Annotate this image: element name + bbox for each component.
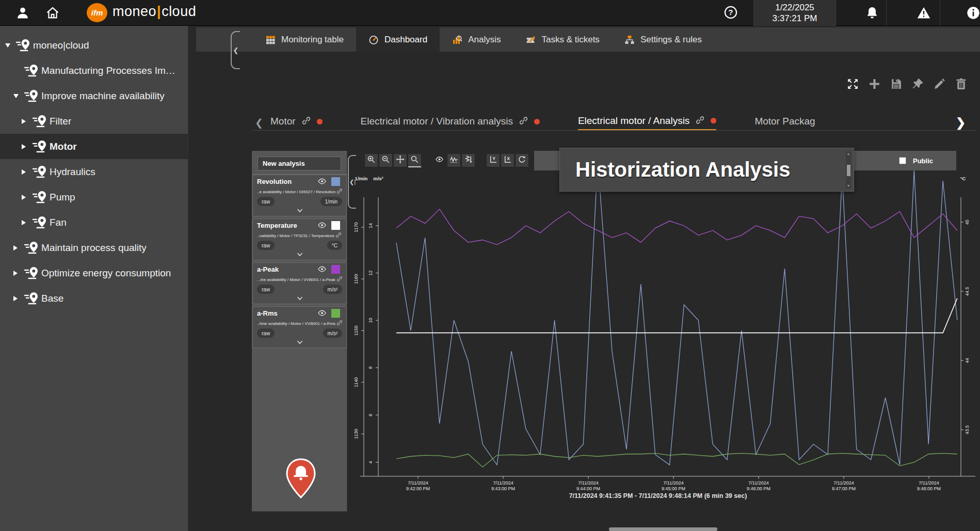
tabs-scroll-right-icon[interactable]: ❯	[956, 116, 966, 130]
tab-label: Dashboard	[384, 35, 427, 45]
analysis-name-input[interactable]	[258, 157, 341, 170]
svg-text:9:46:00 PM: 9:46:00 PM	[747, 486, 770, 491]
visibility-eye-icon[interactable]	[317, 265, 327, 273]
chart-title-overlay: Historization Analysis ▲ ▼	[559, 148, 854, 192]
dashboard-tab-motor[interactable]: Motor	[270, 113, 323, 131]
gauge-icon	[368, 35, 379, 45]
expand-chevron-icon[interactable]	[296, 250, 303, 259]
sidebar-item-manufacturing-processes-impr[interactable]: Manufacturing Processes Impr...	[0, 58, 188, 83]
svg-text:7/11/2024: 7/11/2024	[748, 480, 768, 486]
expander-icon[interactable]	[13, 296, 24, 301]
link-icon	[336, 232, 341, 239]
sidebar-item-maintain-process-quality[interactable]: Maintain process quality	[0, 235, 188, 260]
overlay-scrollbar[interactable]: ▲ ▼	[846, 151, 851, 189]
tab-tasks-tickets[interactable]: Tasks & tickets	[513, 27, 612, 52]
tabs-scroll-left-icon[interactable]: ❮	[255, 117, 263, 129]
save-icon	[890, 83, 903, 92]
scroll-down-icon[interactable]: ▼	[846, 184, 851, 188]
series-line-a-peak	[396, 209, 957, 245]
brand-title: moneo|cloud	[113, 4, 196, 20]
svg-text:14: 14	[368, 223, 373, 228]
expander-icon[interactable]	[5, 43, 15, 48]
svg-text:7/11/2024: 7/11/2024	[833, 480, 854, 486]
link-icon	[302, 116, 310, 127]
sidebar-item-improve-machine-availability[interactable]: Improve machine availability	[0, 83, 188, 108]
dashboard-tab-electrical-motor-vibration-analysis[interactable]: Electrical motor / Vibration analysis	[361, 113, 540, 131]
unit-tag: °C	[327, 241, 342, 250]
sidebar-item-motor[interactable]: Motor	[0, 134, 188, 159]
series-color-chip[interactable]	[331, 221, 340, 230]
pin-button[interactable]	[911, 77, 924, 90]
sidebar-item-label: Filter	[50, 116, 71, 127]
home-icon[interactable]	[45, 6, 60, 20]
expand-chevron-icon[interactable]	[296, 206, 303, 215]
main-tab-bar: Monitoring tableDashboardAnalysisTasks &…	[196, 27, 980, 52]
expander-icon[interactable]	[22, 119, 32, 124]
asset-pin-icon	[32, 165, 50, 178]
svg-text:44.5: 44.5	[965, 287, 970, 296]
series-color-chip[interactable]	[331, 177, 340, 186]
help-icon[interactable]: ?	[724, 5, 738, 20]
tab-label: Analysis	[468, 35, 501, 45]
scroll-up-icon[interactable]: ▲	[846, 152, 851, 156]
alarm-marker-pin[interactable]	[285, 458, 317, 499]
rules-icon	[624, 35, 635, 45]
save-button[interactable]	[890, 77, 903, 90]
series-card-a-rms[interactable]: a-Rms..hine availability / Motor / VVB00…	[252, 306, 347, 348]
warning-icon[interactable]	[917, 6, 931, 20]
sidebar-item-optimize-energy-consumption[interactable]: Optimize energy consumption	[0, 260, 188, 286]
dashboard-tab-motor-packag[interactable]: Motor Packag	[754, 113, 815, 131]
sidebar-item-base[interactable]: Base	[0, 286, 188, 311]
expander-icon[interactable]	[22, 220, 32, 225]
sidebar-item-filter[interactable]: Filter	[0, 108, 188, 134]
dashboard-tab-electrical-motor-analysis[interactable]: Electrical motor / Analysis	[578, 113, 716, 131]
sidebar-collapse-handle[interactable]: ❮	[231, 31, 240, 69]
series-card-a-peak[interactable]: a-Peak...ine availability / Motor / VVB0…	[252, 262, 347, 304]
expander-icon[interactable]	[13, 245, 24, 251]
svg-text:9:47:00 PM: 9:47:00 PM	[832, 486, 856, 491]
svg-text:m/s²: m/s²	[373, 176, 383, 181]
tab-dashboard[interactable]: Dashboard	[356, 27, 440, 52]
expand-chevron-icon[interactable]	[296, 294, 303, 303]
date-text: 1/22/2025	[775, 2, 814, 13]
svg-text:?: ?	[728, 8, 733, 17]
series-color-chip[interactable]	[331, 265, 340, 274]
sidebar-item-pump[interactable]: Pump	[0, 184, 188, 210]
svg-text:7/11/2024: 7/11/2024	[663, 480, 683, 486]
expander-icon[interactable]	[22, 195, 32, 200]
divider	[940, 0, 940, 26]
svg-text:1150: 1150	[354, 325, 359, 335]
edit-button[interactable]	[933, 77, 946, 90]
series-card-revolution[interactable]: Revolution..e availability / Motor / DI5…	[252, 175, 347, 216]
series-card-temperature[interactable]: Temperature..vailability / Motor / TP323…	[252, 218, 347, 260]
expander-icon[interactable]	[13, 94, 24, 98]
series-color-chip[interactable]	[331, 309, 340, 318]
sidebar-item-fan[interactable]: Fan	[0, 210, 188, 235]
visibility-eye-icon[interactable]	[317, 177, 327, 185]
expand-chevron-icon[interactable]	[296, 338, 303, 347]
scrollbar-thumb[interactable]	[847, 165, 850, 176]
tab-monitoring-table[interactable]: Monitoring table	[253, 27, 356, 52]
expander-icon[interactable]	[22, 169, 32, 175]
svg-text:9:42:00 PM: 9:42:00 PM	[406, 486, 430, 491]
bell-icon[interactable]	[865, 6, 879, 20]
delete-button[interactable]	[955, 77, 968, 90]
info-icon[interactable]	[966, 6, 980, 20]
svg-text:9:45:00 PM: 9:45:00 PM	[662, 486, 685, 491]
dashboard-tab-label: Motor	[270, 116, 296, 127]
fullscreen-button[interactable]	[846, 77, 859, 90]
svg-text:12: 12	[368, 271, 373, 276]
sidebar-item-hydraulics[interactable]: Hydraulics	[0, 159, 188, 184]
expander-icon[interactable]	[22, 144, 32, 149]
add-button[interactable]	[868, 77, 881, 90]
tab-analysis[interactable]: Analysis	[440, 27, 513, 52]
visibility-eye-icon[interactable]	[317, 221, 327, 229]
divider	[836, 0, 836, 26]
tab-settings-rules[interactable]: Settings & rules	[612, 27, 714, 52]
expander-icon[interactable]	[13, 271, 24, 276]
series-line-a-rms	[396, 454, 957, 467]
user-icon[interactable]	[15, 6, 30, 20]
visibility-eye-icon[interactable]	[317, 309, 327, 317]
horizontal-scrollbar[interactable]	[609, 527, 717, 531]
sidebar-item-moneo-cloud[interactable]: moneo|cloud	[0, 33, 188, 58]
